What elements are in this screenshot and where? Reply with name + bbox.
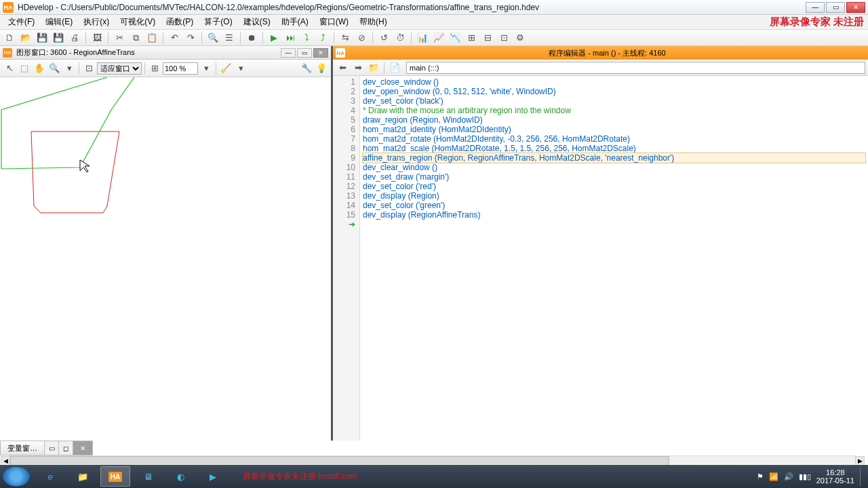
step-out-button[interactable]: ⤴ [316, 31, 330, 45]
paste-button[interactable]: 📋 [145, 31, 159, 45]
proc-icon-button[interactable]: 📄 [388, 61, 401, 75]
cut-button[interactable]: ✂ [113, 31, 126, 45]
graphics-toolbar: ↖ ⬚ ✋ 🔍 ▾ ⊡ 适应窗口 ⊞ ▾ 🧹 ▾ 🔧 💡 [0, 60, 331, 77]
zoom-dropdown[interactable]: ▾ [62, 62, 76, 75]
variable-close-button[interactable]: ✕ [73, 441, 93, 455]
separator [108, 32, 108, 44]
settings-button[interactable]: ⚙ [513, 31, 527, 45]
gear-icon: ⚙ [516, 33, 524, 42]
open-button[interactable]: 📂 [19, 31, 33, 45]
size-button[interactable]: ⊞ [148, 62, 161, 75]
open-image-button[interactable]: 🖼 [90, 31, 104, 45]
editor-app-icon: HA [336, 48, 345, 58]
separator [262, 32, 263, 44]
list-icon: ☰ [225, 33, 233, 42]
bulb-icon: 💡 [316, 64, 327, 73]
menu-func[interactable]: 函数(P) [161, 15, 199, 29]
start-button[interactable] [3, 466, 30, 487]
code-editor[interactable]: 123456789101112131415➔ dev_close_window … [333, 76, 868, 441]
undo-button[interactable]: ↶ [167, 31, 181, 45]
menu-assist[interactable]: 助手(A) [276, 15, 314, 29]
fit-button[interactable]: ⊡ [82, 62, 96, 75]
scroll-right-button[interactable]: ▶ [855, 456, 865, 466]
menu-oper[interactable]: 算子(O) [199, 15, 237, 29]
copy-button[interactable]: ⧉ [129, 31, 142, 45]
menu-help[interactable]: 帮助(H) [354, 15, 393, 29]
chart-icon: 📉 [450, 33, 460, 42]
chart2-button[interactable]: 📈 [432, 31, 446, 45]
zoom-tool[interactable]: 🔍 [47, 62, 61, 75]
maximize-button[interactable]: ▭ [826, 2, 845, 13]
print-button[interactable]: 🖨 [68, 31, 81, 45]
activate-button[interactable]: ⇆ [338, 31, 352, 45]
inspect-button[interactable]: 🔧 [300, 62, 313, 75]
tray-signal-icon[interactable]: ▮▮▯ [799, 472, 811, 481]
menu-window[interactable]: 窗口(W) [314, 15, 354, 29]
clear-dropdown[interactable]: ▾ [234, 62, 248, 75]
code-body[interactable]: dev_close_window ()dev_open_window (0, 0… [360, 76, 868, 441]
tray-volume-icon[interactable]: 🔊 [784, 472, 793, 481]
zoom-dropdown2[interactable]: ▾ [199, 62, 213, 75]
menu-edit[interactable]: 编辑(E) [40, 15, 78, 29]
menu-visual[interactable]: 可视化(V) [115, 15, 161, 29]
record-icon: ⏺ [248, 33, 256, 42]
chart3-button[interactable]: 📉 [448, 31, 462, 45]
chart1-button[interactable]: 📊 [416, 31, 429, 45]
step-into-button[interactable]: ⤵ [300, 31, 313, 45]
properties-button[interactable]: ☰ [222, 31, 236, 45]
zoom-input[interactable] [163, 62, 198, 75]
task-app3[interactable]: ◐ [165, 466, 195, 487]
task-hdevelop[interactable]: HA [100, 466, 130, 487]
redo-button[interactable]: ↷ [184, 31, 197, 45]
task-app2[interactable]: 🖥 [133, 466, 163, 487]
menu-suggest[interactable]: 建议(S) [238, 15, 276, 29]
save-button[interactable]: 💾 [35, 31, 49, 45]
stop-button[interactable]: ⏱ [393, 31, 407, 45]
step-over-button[interactable]: ⏭ [283, 31, 297, 45]
variable-max-button[interactable]: ◻ [58, 441, 73, 455]
procedure-field[interactable] [406, 62, 865, 74]
hand-tool[interactable]: ✋ [33, 62, 46, 75]
show-desktop-button[interactable] [860, 467, 865, 486]
deactivate-button[interactable]: ⊘ [355, 31, 368, 45]
save-all-button[interactable]: 💾 [52, 31, 65, 45]
task-app4[interactable]: ▶ [198, 466, 228, 487]
close-button[interactable]: ✕ [846, 2, 865, 13]
chart-icon: ⊟ [484, 33, 492, 42]
nav-up-button[interactable]: 📁 [367, 61, 380, 75]
graphics-close-button[interactable]: ✕ [313, 48, 328, 58]
nav-back-button[interactable]: ⬅ [336, 61, 349, 75]
chart6-button[interactable]: ⊡ [497, 31, 511, 45]
chart4-button[interactable]: ⊞ [465, 31, 478, 45]
menu-execute[interactable]: 执行(x) [78, 15, 115, 29]
tray-date: 2017-05-11 [816, 476, 854, 485]
graphics-window-title: 图形窗口: 3600 - RegionAffineTrans [16, 47, 279, 58]
new-button[interactable]: 🗋 [3, 31, 16, 45]
variable-tab[interactable]: 变量窗… [0, 441, 45, 455]
minimize-button[interactable]: — [806, 2, 825, 13]
clear-button[interactable]: 🧹 [219, 62, 233, 75]
scroll-thumb[interactable] [10, 456, 669, 466]
nav-forward-button[interactable]: ➡ [351, 61, 365, 75]
system-tray[interactable]: ⚑ 📶 🔊 ▮▮▯ 16:28 2017-05-11 [757, 467, 865, 486]
find-button[interactable]: 🔍 [206, 31, 220, 45]
reset-button[interactable]: ↺ [377, 31, 391, 45]
graphics-canvas[interactable] [0, 77, 331, 441]
chart5-button[interactable]: ⊟ [481, 31, 494, 45]
run-button[interactable]: ▶ [267, 31, 281, 45]
tray-clock[interactable]: 16:28 2017-05-11 [816, 468, 854, 485]
pointer-tool[interactable]: ↖ [3, 62, 16, 75]
select-tool[interactable]: ⬚ [18, 62, 31, 75]
task-explorer[interactable]: 📁 [68, 466, 98, 487]
task-ie[interactable]: e [35, 466, 65, 487]
tray-flag-icon[interactable]: ⚑ [757, 472, 764, 481]
fit-mode-select[interactable]: 适应窗口 [97, 62, 142, 75]
graphics-maximize-button[interactable]: ▭ [297, 48, 312, 58]
menu-file[interactable]: 文件(F) [3, 15, 40, 29]
scroll-left-button[interactable]: ◀ [1, 456, 10, 466]
graphics-minimize-button[interactable]: — [281, 48, 296, 58]
tray-network-icon[interactable]: 📶 [769, 472, 778, 481]
bulb-button[interactable]: 💡 [315, 62, 328, 75]
variable-restore-button[interactable]: ▭ [44, 441, 59, 455]
record-button[interactable]: ⏺ [245, 31, 258, 45]
